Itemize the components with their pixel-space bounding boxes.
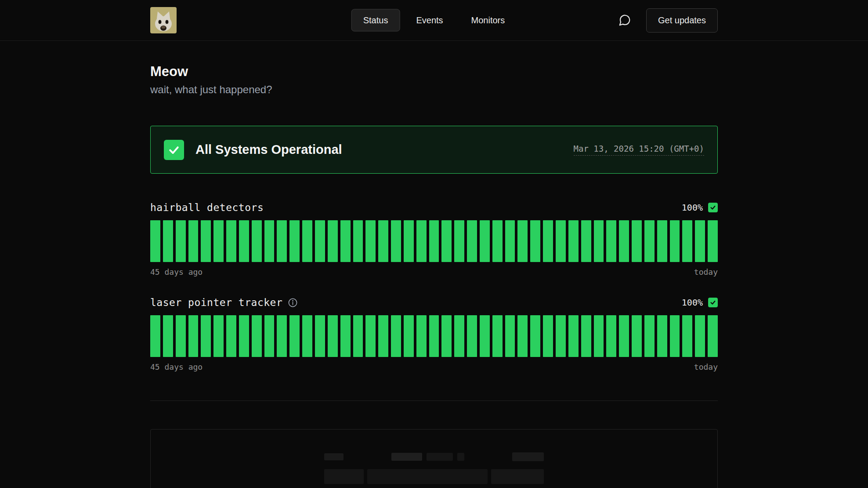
uptime-bar[interactable] [315,315,325,357]
uptime-bar[interactable] [708,315,718,357]
uptime-bar[interactable] [517,220,528,262]
uptime-bar[interactable] [556,315,566,357]
uptime-bar[interactable] [176,220,186,262]
uptime-bar[interactable] [606,315,616,357]
uptime-bar[interactable] [708,220,718,262]
uptime-bar[interactable] [264,315,275,357]
status-timestamp[interactable]: Mar 13, 2026 15:20 (GMT+0) [574,144,704,156]
uptime-bar[interactable] [391,315,401,357]
uptime-bar[interactable] [505,220,515,262]
uptime-bar[interactable] [517,315,528,357]
uptime-bar[interactable] [201,220,211,262]
uptime-bar[interactable] [619,315,629,357]
uptime-bar[interactable] [429,220,439,262]
uptime-bar[interactable] [492,315,503,357]
uptime-bar[interactable] [695,220,705,262]
uptime-bar[interactable] [188,220,199,262]
uptime-bar[interactable] [353,220,363,262]
uptime-bar[interactable] [416,220,427,262]
uptime-bar[interactable] [378,315,388,357]
uptime-bar[interactable] [201,315,211,357]
get-updates-button[interactable]: Get updates [646,8,718,33]
feedback-chat-button[interactable] [618,14,631,27]
uptime-bar[interactable] [606,220,616,262]
uptime-bar[interactable] [581,220,591,262]
uptime-bar[interactable] [163,220,173,262]
uptime-bar[interactable] [213,220,224,262]
uptime-bar[interactable] [632,220,642,262]
range-start-label: 45 days ago [150,267,203,277]
uptime-bar[interactable] [556,220,566,262]
uptime-bar[interactable] [492,220,503,262]
uptime-bar[interactable] [239,220,249,262]
uptime-bar[interactable] [530,220,540,262]
uptime-bar[interactable] [480,315,490,357]
uptime-bar[interactable] [682,315,692,357]
uptime-bar[interactable] [530,315,540,357]
uptime-bar[interactable] [226,315,236,357]
uptime-bar[interactable] [454,315,464,357]
uptime-bar[interactable] [378,220,388,262]
uptime-bar[interactable] [644,315,655,357]
tab-status[interactable]: Status [351,9,400,32]
uptime-bar[interactable] [226,220,236,262]
uptime-bar[interactable] [252,220,262,262]
uptime-bar[interactable] [454,220,464,262]
uptime-bar[interactable] [505,315,515,357]
uptime-bar[interactable] [353,315,363,357]
uptime-bar[interactable] [543,315,553,357]
uptime-bar[interactable] [302,220,312,262]
uptime-bar[interactable] [682,220,692,262]
uptime-bar[interactable] [289,220,300,262]
uptime-bar[interactable] [391,220,401,262]
range-end-label: today [694,362,718,371]
uptime-bar[interactable] [441,315,452,357]
tab-events[interactable]: Events [404,9,455,32]
uptime-bar[interactable] [670,315,680,357]
logo-image[interactable] [150,7,177,33]
uptime-bar[interactable] [264,220,275,262]
uptime-bar[interactable] [365,220,376,262]
uptime-bar[interactable] [176,315,186,357]
uptime-bar[interactable] [404,315,414,357]
uptime-bar[interactable] [277,220,287,262]
uptime-bar[interactable] [695,315,705,357]
uptime-bar[interactable] [568,220,579,262]
uptime-bar[interactable] [581,315,591,357]
uptime-bar[interactable] [657,220,667,262]
uptime-bar[interactable] [568,315,579,357]
uptime-bar[interactable] [467,315,477,357]
uptime-bar[interactable] [404,220,414,262]
uptime-bar[interactable] [163,315,173,357]
uptime-bar[interactable] [150,315,160,357]
uptime-bar[interactable] [657,315,667,357]
uptime-bar[interactable] [365,315,376,357]
uptime-bar[interactable] [480,220,490,262]
uptime-bar[interactable] [328,220,338,262]
uptime-bar[interactable] [416,315,427,357]
tab-monitors[interactable]: Monitors [459,9,517,32]
uptime-bar[interactable] [188,315,199,357]
uptime-bar[interactable] [644,220,655,262]
uptime-bar[interactable] [619,220,629,262]
uptime-bar[interactable] [252,315,262,357]
uptime-bar[interactable] [467,220,477,262]
uptime-bar[interactable] [594,315,604,357]
info-icon[interactable] [288,298,298,308]
uptime-bar[interactable] [289,315,300,357]
uptime-bar[interactable] [429,315,439,357]
uptime-bar[interactable] [315,220,325,262]
uptime-bar[interactable] [594,220,604,262]
uptime-bar[interactable] [277,315,287,357]
uptime-bar[interactable] [670,220,680,262]
uptime-bar[interactable] [340,315,351,357]
uptime-bar[interactable] [213,315,224,357]
uptime-bar[interactable] [239,315,249,357]
uptime-bar[interactable] [441,220,452,262]
uptime-bar[interactable] [328,315,338,357]
uptime-bar[interactable] [543,220,553,262]
uptime-bar[interactable] [302,315,312,357]
uptime-bar[interactable] [632,315,642,357]
uptime-bar[interactable] [150,220,160,262]
uptime-bar[interactable] [340,220,351,262]
